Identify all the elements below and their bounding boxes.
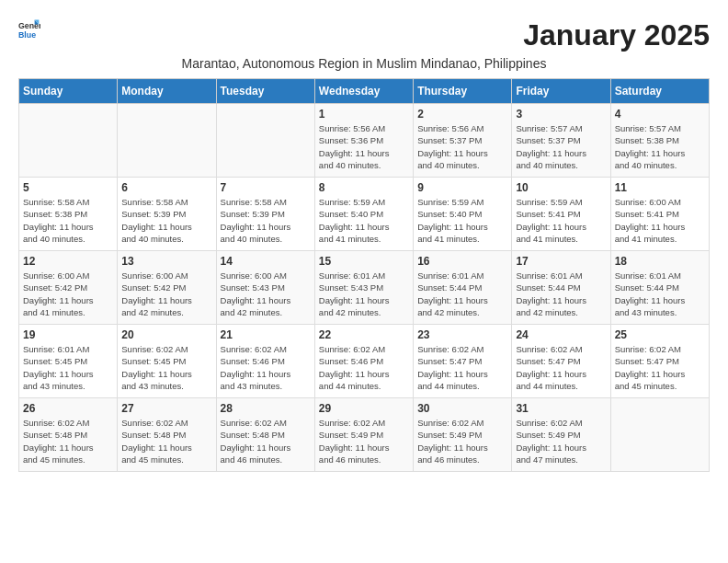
month-title: January 2025 (523, 18, 710, 52)
calendar-cell (216, 104, 314, 178)
day-number: 16 (417, 255, 507, 268)
day-info: Sunrise: 6:01 AM Sunset: 5:44 PM Dayligh… (615, 270, 705, 318)
day-number: 31 (516, 402, 606, 415)
calendar-body: 1Sunrise: 5:56 AM Sunset: 5:36 PM Daylig… (19, 104, 710, 472)
calendar-cell: 12Sunrise: 6:00 AM Sunset: 5:42 PM Dayli… (19, 251, 118, 325)
day-number: 17 (516, 255, 606, 268)
calendar-cell: 5Sunrise: 5:58 AM Sunset: 5:38 PM Daylig… (19, 178, 118, 251)
day-info: Sunrise: 6:02 AM Sunset: 5:47 PM Dayligh… (417, 343, 507, 392)
day-info: Sunrise: 6:02 AM Sunset: 5:45 PM Dayligh… (121, 343, 211, 392)
day-number: 29 (319, 402, 409, 415)
calendar-cell: 10Sunrise: 5:59 AM Sunset: 5:41 PM Dayli… (512, 178, 610, 251)
calendar-cell (19, 104, 118, 178)
day-number: 28 (221, 402, 311, 415)
day-info: Sunrise: 6:02 AM Sunset: 5:48 PM Dayligh… (221, 417, 311, 465)
day-info: Sunrise: 6:02 AM Sunset: 5:46 PM Dayligh… (221, 343, 311, 392)
day-info: Sunrise: 5:58 AM Sunset: 5:38 PM Dayligh… (23, 196, 113, 245)
day-number: 1 (319, 108, 409, 121)
day-info: Sunrise: 5:59 AM Sunset: 5:41 PM Dayligh… (516, 196, 606, 245)
calendar-week-2: 5Sunrise: 5:58 AM Sunset: 5:38 PM Daylig… (19, 178, 710, 251)
day-number: 11 (615, 181, 705, 194)
day-number: 3 (516, 108, 606, 121)
calendar-week-4: 19Sunrise: 6:01 AM Sunset: 5:45 PM Dayli… (19, 325, 710, 398)
calendar-cell: 25Sunrise: 6:02 AM Sunset: 5:47 PM Dayli… (610, 325, 709, 398)
day-info: Sunrise: 6:00 AM Sunset: 5:42 PM Dayligh… (23, 270, 113, 318)
day-info: Sunrise: 5:59 AM Sunset: 5:40 PM Dayligh… (319, 196, 409, 245)
day-number: 19 (23, 328, 113, 341)
calendar-cell: 27Sunrise: 6:02 AM Sunset: 5:48 PM Dayli… (118, 398, 216, 472)
day-info: Sunrise: 5:57 AM Sunset: 5:38 PM Dayligh… (615, 122, 705, 171)
logo-icon: General Blue (18, 18, 40, 40)
weekday-header-wednesday: Wednesday (314, 79, 413, 104)
day-number: 4 (615, 108, 705, 121)
page-header: General Blue January 2025 (18, 18, 710, 52)
calendar-cell: 1Sunrise: 5:56 AM Sunset: 5:36 PM Daylig… (314, 104, 413, 178)
calendar-cell: 21Sunrise: 6:02 AM Sunset: 5:46 PM Dayli… (216, 325, 314, 398)
logo: General Blue (18, 18, 40, 40)
calendar-cell: 31Sunrise: 6:02 AM Sunset: 5:49 PM Dayli… (512, 398, 610, 472)
calendar-cell: 4Sunrise: 5:57 AM Sunset: 5:38 PM Daylig… (610, 104, 709, 178)
day-number: 5 (23, 181, 113, 194)
day-number: 20 (121, 328, 211, 341)
day-info: Sunrise: 6:01 AM Sunset: 5:44 PM Dayligh… (417, 270, 507, 318)
calendar-subtitle: Marantao, Autonomous Region in Muslim Mi… (18, 56, 710, 71)
day-info: Sunrise: 6:02 AM Sunset: 5:47 PM Dayligh… (615, 343, 705, 392)
day-number: 18 (615, 255, 705, 268)
calendar-cell: 2Sunrise: 5:56 AM Sunset: 5:37 PM Daylig… (414, 104, 512, 178)
calendar-cell: 15Sunrise: 6:01 AM Sunset: 5:43 PM Dayli… (314, 251, 413, 325)
calendar-cell: 22Sunrise: 6:02 AM Sunset: 5:46 PM Dayli… (314, 325, 413, 398)
day-number: 2 (417, 108, 507, 121)
day-number: 9 (417, 181, 507, 194)
calendar-cell: 23Sunrise: 6:02 AM Sunset: 5:47 PM Dayli… (414, 325, 512, 398)
day-number: 10 (516, 181, 606, 194)
day-info: Sunrise: 6:01 AM Sunset: 5:44 PM Dayligh… (516, 270, 606, 318)
day-info: Sunrise: 6:02 AM Sunset: 5:48 PM Dayligh… (121, 417, 211, 465)
day-number: 24 (516, 328, 606, 341)
calendar-cell: 6Sunrise: 5:58 AM Sunset: 5:39 PM Daylig… (118, 178, 216, 251)
day-info: Sunrise: 5:59 AM Sunset: 5:40 PM Dayligh… (417, 196, 507, 245)
day-info: Sunrise: 6:02 AM Sunset: 5:48 PM Dayligh… (23, 417, 113, 465)
day-info: Sunrise: 6:02 AM Sunset: 5:46 PM Dayligh… (319, 343, 409, 392)
day-number: 21 (221, 328, 311, 341)
day-number: 13 (121, 255, 211, 268)
calendar-week-3: 12Sunrise: 6:00 AM Sunset: 5:42 PM Dayli… (19, 251, 710, 325)
calendar-cell: 20Sunrise: 6:02 AM Sunset: 5:45 PM Dayli… (118, 325, 216, 398)
calendar-cell: 17Sunrise: 6:01 AM Sunset: 5:44 PM Dayli… (512, 251, 610, 325)
calendar-cell: 28Sunrise: 6:02 AM Sunset: 5:48 PM Dayli… (216, 398, 314, 472)
day-info: Sunrise: 6:00 AM Sunset: 5:41 PM Dayligh… (615, 196, 705, 245)
day-info: Sunrise: 5:58 AM Sunset: 5:39 PM Dayligh… (121, 196, 211, 245)
day-number: 23 (417, 328, 507, 341)
calendar-cell: 24Sunrise: 6:02 AM Sunset: 5:47 PM Dayli… (512, 325, 610, 398)
weekday-header-saturday: Saturday (610, 79, 709, 104)
calendar-table: SundayMondayTuesdayWednesdayThursdayFrid… (18, 78, 710, 472)
calendar-cell (610, 398, 709, 472)
day-number: 30 (417, 402, 507, 415)
day-info: Sunrise: 5:58 AM Sunset: 5:39 PM Dayligh… (221, 196, 311, 245)
day-info: Sunrise: 6:02 AM Sunset: 5:49 PM Dayligh… (516, 417, 606, 465)
weekday-header-tuesday: Tuesday (216, 79, 314, 104)
day-info: Sunrise: 6:02 AM Sunset: 5:49 PM Dayligh… (417, 417, 507, 465)
svg-text:Blue: Blue (18, 30, 36, 40)
day-number: 6 (121, 181, 211, 194)
calendar-cell: 30Sunrise: 6:02 AM Sunset: 5:49 PM Dayli… (414, 398, 512, 472)
day-info: Sunrise: 6:01 AM Sunset: 5:43 PM Dayligh… (319, 270, 409, 318)
day-number: 15 (319, 255, 409, 268)
day-info: Sunrise: 6:00 AM Sunset: 5:43 PM Dayligh… (221, 270, 311, 318)
weekday-header-row: SundayMondayTuesdayWednesdayThursdayFrid… (19, 79, 710, 104)
calendar-cell: 16Sunrise: 6:01 AM Sunset: 5:44 PM Dayli… (414, 251, 512, 325)
weekday-header-thursday: Thursday (414, 79, 512, 104)
weekday-header-sunday: Sunday (19, 79, 118, 104)
day-info: Sunrise: 5:56 AM Sunset: 5:36 PM Dayligh… (319, 122, 409, 171)
calendar-cell: 11Sunrise: 6:00 AM Sunset: 5:41 PM Dayli… (610, 178, 709, 251)
day-info: Sunrise: 6:02 AM Sunset: 5:47 PM Dayligh… (516, 343, 606, 392)
day-number: 26 (23, 402, 113, 415)
calendar-cell: 29Sunrise: 6:02 AM Sunset: 5:49 PM Dayli… (314, 398, 413, 472)
calendar-week-5: 26Sunrise: 6:02 AM Sunset: 5:48 PM Dayli… (19, 398, 710, 472)
day-number: 8 (319, 181, 409, 194)
calendar-cell: 7Sunrise: 5:58 AM Sunset: 5:39 PM Daylig… (216, 178, 314, 251)
day-number: 27 (121, 402, 211, 415)
calendar-cell: 8Sunrise: 5:59 AM Sunset: 5:40 PM Daylig… (314, 178, 413, 251)
calendar-cell: 3Sunrise: 5:57 AM Sunset: 5:37 PM Daylig… (512, 104, 610, 178)
calendar-cell (118, 104, 216, 178)
calendar-cell: 13Sunrise: 6:00 AM Sunset: 5:42 PM Dayli… (118, 251, 216, 325)
